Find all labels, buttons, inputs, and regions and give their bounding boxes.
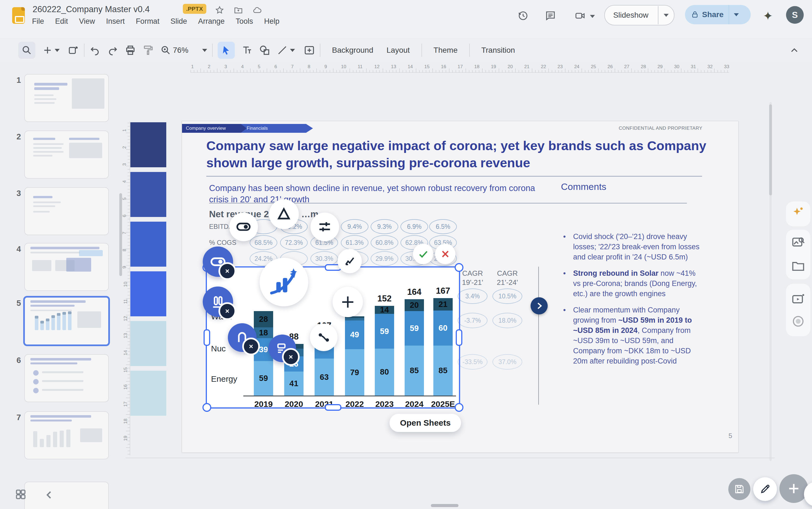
selection-handle[interactable] [456,329,462,346]
save-fab[interactable] [728,478,750,500]
slideshow-caret-icon[interactable] [658,13,674,18]
edit-fab[interactable] [753,477,777,501]
selection-handle[interactable] [202,403,211,412]
share-caret-icon[interactable] [729,12,744,17]
comments-icon[interactable] [545,10,556,22]
menu-item-arrange[interactable]: Arrange [198,17,225,26]
toolbar: 76% Background Layout Theme Transition [0,39,812,62]
selection-handle[interactable] [203,329,210,346]
resize-handle[interactable] [431,504,458,507]
background-button[interactable]: Background [325,46,380,55]
document-title[interactable]: 260222_Company Master v0.4 [33,4,150,14]
new-slide-icon[interactable] [42,45,53,56]
filmstrip-scrollbar[interactable] [119,193,122,276]
new-slide-caret-icon[interactable] [55,49,60,52]
route-tool-icon[interactable] [310,324,337,351]
shape-tool-icon[interactable] [259,45,270,56]
collapse-toolbar-icon[interactable] [789,45,800,56]
star-icon[interactable] [215,5,224,15]
layout-button[interactable]: Layout [380,46,416,55]
canvas-object-rect[interactable] [130,122,166,167]
slideshow-button[interactable]: Slideshow [604,5,675,25]
open-sheets-button[interactable]: Open Sheets [389,414,461,432]
menu-item-slide[interactable]: Slide [170,17,187,26]
add-tool-icon[interactable] [332,287,363,317]
remove-badge-icon[interactable] [282,348,300,366]
theme-button[interactable]: Theme [427,46,464,55]
share-button[interactable]: Share [685,5,751,24]
filmstrip-thumbnail-6[interactable] [24,354,109,402]
filmstrip-thumbnail-5[interactable] [23,296,110,346]
redo-icon[interactable] [107,45,118,56]
tune-tool-icon[interactable] [311,212,339,241]
cloud-status-icon[interactable] [253,5,262,15]
menu-item-tools[interactable]: Tools [236,17,253,26]
search-icon [21,45,32,56]
insert-image-icon[interactable] [304,45,315,56]
metric-oval: 6.9% [400,219,428,234]
selection-handle[interactable] [455,263,463,272]
slides-app-icon[interactable] [12,7,25,24]
import-slide-icon[interactable] [68,45,79,56]
reject-button-icon[interactable] [435,244,455,264]
filmstrip-thumbnail-2[interactable] [24,131,109,179]
menu-item-view[interactable]: View [79,17,95,26]
filmstrip-thumbnail-3[interactable] [24,187,109,235]
menu-item-format[interactable]: Format [136,17,160,26]
confirm-button-icon[interactable] [413,244,433,264]
toggle-tool-icon[interactable] [229,212,258,241]
canvas-object-rect[interactable] [130,222,166,267]
zoom-caret-icon[interactable] [202,49,207,52]
remove-badge-icon[interactable] [242,338,260,355]
ruler-v-number: 9 [122,266,127,268]
undo-icon[interactable] [90,45,101,56]
print-icon[interactable] [125,45,136,56]
chart-extension-logo-icon[interactable] [260,258,308,306]
remove-badge-icon[interactable] [219,302,236,320]
add-fab[interactable] [779,474,808,503]
canvas-object-rect[interactable] [130,271,166,316]
transition-button[interactable]: Transition [475,46,522,55]
collapse-filmstrip-icon[interactable] [43,488,56,501]
zoom-in-icon[interactable] [160,45,171,56]
remove-badge-icon[interactable] [219,262,236,280]
menu-item-insert[interactable]: Insert [106,17,125,26]
pencil-icon [759,483,771,495]
select-tool-button[interactable] [218,42,235,59]
filmstrip-thumbnail-4[interactable] [24,243,109,291]
avatar[interactable]: S [786,6,804,24]
version-history-icon[interactable] [517,10,529,22]
line-caret-icon[interactable] [290,49,295,52]
menu-item-edit[interactable]: Edit [55,17,68,26]
meet-camera-icon[interactable] [575,10,586,22]
thumb-sketch [30,300,86,303]
canvas-object-rect[interactable] [130,371,166,416]
triangle-tool-icon[interactable] [269,199,299,229]
menu-item-help[interactable]: Help [264,17,280,26]
line-tool-icon[interactable] [277,45,288,56]
filmstrip-thumbnail-7[interactable] [24,411,109,459]
next-comment-button-icon[interactable] [530,297,548,314]
gemini-icon[interactable]: ✦ [763,9,773,23]
grid-view-icon[interactable] [14,488,27,501]
record-icon[interactable] [791,314,805,329]
paint-format-icon[interactable] [142,45,154,56]
camera-caret-icon[interactable] [590,15,595,18]
filmstrip-thumbnail-1[interactable] [24,74,109,122]
zoom-level[interactable]: 76% [173,46,188,55]
menu-item-file[interactable]: File [32,17,44,26]
image-search-icon[interactable] [791,235,805,249]
video-create-icon[interactable] [791,292,805,306]
move-folder-icon[interactable] [234,5,243,15]
selection-handle[interactable] [455,403,463,412]
textbox-tool-icon[interactable] [241,45,253,56]
extension-spark-icon[interactable] [791,205,805,220]
search-menus-button[interactable] [18,42,35,59]
canvas-scrollbar-thumb[interactable] [769,104,772,196]
folder-icon[interactable] [791,259,805,273]
canvas-object-rect[interactable] [130,172,166,217]
filmstrip-thumbnail-8[interactable] [24,482,109,509]
selection-handle[interactable] [325,404,342,411]
trend-tool-icon[interactable] [337,249,362,273]
canvas-object-rect[interactable] [130,321,166,366]
